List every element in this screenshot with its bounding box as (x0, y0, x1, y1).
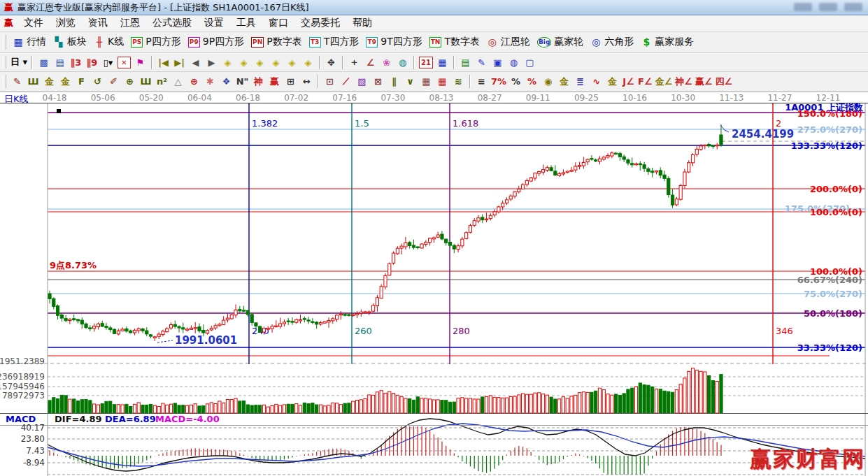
shen-grid-icon[interactable]: 神 (250, 74, 266, 89)
f-angle-icon[interactable]: F∠ (636, 74, 654, 89)
quotes-button[interactable]: ▦行情 (9, 34, 50, 50)
sectors-button[interactable]: ▚板块 (50, 34, 90, 50)
prev-bar-button[interactable]: ◀ (187, 55, 204, 70)
workstation-icon[interactable]: ▢ (522, 55, 538, 70)
quote-mark-icon[interactable]: N" (234, 74, 250, 89)
circle-grid-icon[interactable]: ⊕ (122, 74, 138, 89)
shen-angle-icon[interactable]: 神∠ (674, 74, 694, 89)
f-comb-icon[interactable]: F (73, 74, 90, 89)
pencil-angle-icon[interactable]: ✐ (106, 74, 122, 89)
gann-diamond-right-icon[interactable]: ◈ (220, 55, 236, 70)
kline-button[interactable]: ╫K线 (90, 34, 127, 50)
window-controls[interactable] (794, 3, 862, 11)
gann-diamond-in-icon[interactable]: ◈ (268, 55, 284, 70)
menu-help[interactable]: 帮助 (346, 16, 378, 30)
parallel-rays-icon[interactable]: ∥ (386, 74, 402, 89)
color-chart-icon[interactable]: ⚑ (132, 55, 148, 70)
delete-tool-icon[interactable]: ✕ (118, 57, 131, 68)
gold-levels-icon[interactable]: 金 (556, 74, 572, 89)
notes-icon[interactable]: ✎ (474, 55, 490, 70)
first-bar-button[interactable]: |◀ (155, 55, 171, 70)
wave-band-icon[interactable]: ∿ (588, 74, 604, 89)
maximize-button[interactable] (819, 3, 837, 11)
close-button[interactable] (844, 3, 862, 11)
menu-trade[interactable]: 交易委托 (294, 16, 346, 30)
dense-grid-2-icon[interactable]: ▦ (434, 74, 450, 89)
save-icon[interactable]: ▣ (490, 55, 506, 70)
t-number-table-button[interactable]: TNT数字表 (426, 34, 483, 50)
report-book-icon[interactable]: ▤ (457, 55, 474, 70)
t-square-button[interactable]: T3T四方形 (306, 34, 363, 50)
menu-tools[interactable]: 工具 (230, 16, 262, 30)
menu-formula-stockpick[interactable]: 公式选股 (146, 16, 198, 30)
mini-chart-9-icon[interactable]: ∥9 (84, 55, 100, 70)
ying-grid-icon[interactable]: 赢 (266, 74, 283, 89)
last-bar-button[interactable]: ▶| (171, 55, 187, 70)
comb-grid-icon[interactable]: Ш (25, 74, 41, 89)
info-doc-icon[interactable]: ▤ (52, 55, 68, 70)
mini-chart-3-icon[interactable]: ∥3 (68, 55, 84, 70)
web-small-icon[interactable]: ✱ (202, 74, 218, 89)
pencil-tool-icon[interactable]: ✎ (9, 74, 25, 89)
polyline-tool-icon[interactable]: ∨ (402, 74, 418, 89)
n-square-icon[interactable]: n² (154, 74, 170, 89)
ying-angle-icon[interactable]: 赢∠ (694, 74, 714, 89)
gold-angle-icon[interactable]: 金∠ (654, 74, 674, 89)
grid-123-icon[interactable]: ⊞ (283, 74, 299, 89)
calculator-icon[interactable]: ▦ (434, 55, 450, 70)
spiral-tool-icon[interactable]: ↺ (90, 74, 106, 89)
menu-settings[interactable]: 设置 (198, 16, 230, 30)
gold-comb-1-icon[interactable]: 金 (41, 74, 57, 89)
hand-tool-icon[interactable]: ✥ (323, 55, 339, 70)
winner-wheel-button[interactable]: Big赢家轮 (534, 34, 587, 50)
ray-fan-icon[interactable]: ⟋ (338, 74, 354, 89)
si-angle-icon[interactable]: 四∠ (714, 74, 734, 89)
gold-circle-icon[interactable]: ◉ (540, 74, 556, 89)
calendar-icon[interactable]: 21 (419, 57, 433, 68)
dense-grid-icon[interactable]: ▦ (418, 74, 434, 89)
menu-window[interactable]: 窗口 (262, 16, 294, 30)
period-day-dropdown[interactable]: 日 ▾ (9, 55, 29, 70)
angle-tool-icon[interactable]: ∠ (362, 55, 378, 70)
gann-diamond-star-icon[interactable]: ◈ (284, 55, 300, 70)
macd-indicator-name[interactable]: MACD (6, 414, 36, 424)
winner-service-button[interactable]: $赢家服务 (637, 34, 697, 50)
web-large-icon[interactable]: ❖ (218, 74, 234, 89)
crosshair-tool-icon[interactable]: ＋ (346, 55, 362, 70)
menu-file[interactable]: 文件 (17, 16, 50, 30)
cycle-tool-icon[interactable]: ◍ (394, 55, 411, 70)
scale-ruler-icon[interactable]: ≡ (474, 74, 490, 89)
menu-gann[interactable]: 江恩 (114, 16, 146, 30)
width-measure-icon[interactable]: ↔ (299, 74, 315, 89)
candle-style-dropdown[interactable]: ▯▾ (100, 55, 116, 70)
gann-diamond-left-icon[interactable]: ◈ (236, 55, 252, 70)
pink-marker-tool-icon[interactable]: ❀ (378, 55, 394, 70)
p-number-table-button[interactable]: PNP数字表 (248, 34, 306, 50)
percent-7-icon[interactable]: 7% (490, 74, 508, 89)
circle-cross-icon[interactable]: ⊕ (186, 74, 202, 89)
network-window-icon[interactable]: ▩ (36, 55, 52, 70)
9t-square-button[interactable]: T99T四方形 (362, 34, 425, 50)
9p-square-button[interactable]: P99P四方形 (185, 34, 248, 50)
comb-grid-2-icon[interactable]: Ш (138, 74, 154, 89)
hatch-lines-icon[interactable]: ≋ (450, 74, 467, 89)
save-remote-icon[interactable]: ◍ (506, 55, 522, 70)
ray-grid-icon[interactable]: ▨ (354, 74, 370, 89)
percent-line-icon[interactable]: % (524, 74, 540, 89)
pencil-levels-icon[interactable]: ≣ (572, 74, 588, 89)
mirror-a-icon[interactable]: △ (170, 74, 186, 89)
minimize-button[interactable] (794, 3, 812, 11)
menu-news[interactable]: 资讯 (82, 16, 114, 30)
box-rays-icon[interactable]: ⊠ (370, 74, 386, 89)
next-bar-button[interactable]: ▶ (204, 55, 220, 70)
gann-wheel-button[interactable]: ◎江恩轮 (483, 34, 534, 50)
percent-icon[interactable]: % (508, 74, 524, 89)
p-square-button[interactable]: PSP四方形 (127, 34, 185, 50)
box-window-icon[interactable]: ⊡ (322, 74, 338, 89)
menu-browse[interactable]: 浏览 (50, 16, 82, 30)
gold-baseline-icon[interactable]: 金 (604, 74, 620, 89)
gann-diamond-h-icon[interactable]: ◈ (252, 55, 268, 70)
hexagon-button[interactable]: ◎六角形 (587, 34, 637, 50)
gann-diamond-star2-icon[interactable]: ◈ (300, 55, 316, 70)
gold-comb-2-icon[interactable]: 金 (57, 74, 73, 89)
